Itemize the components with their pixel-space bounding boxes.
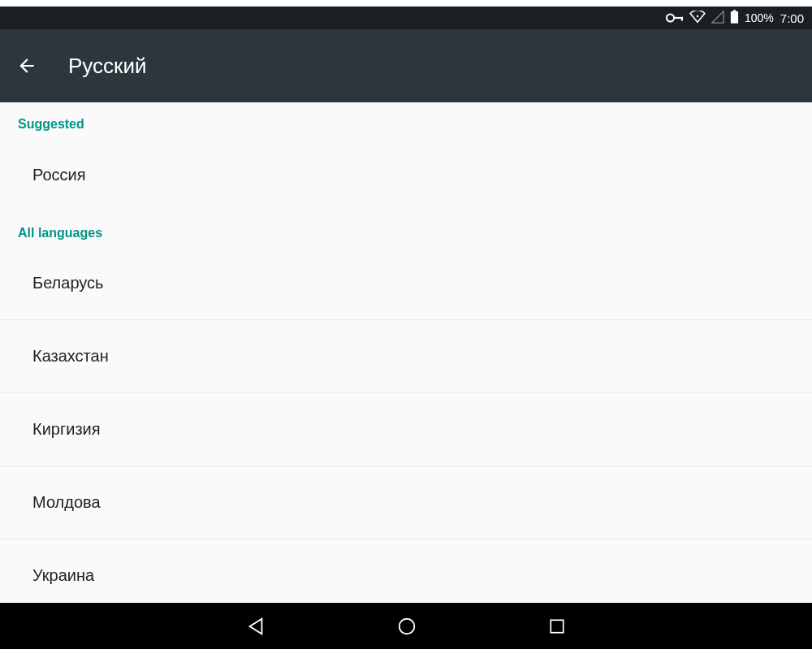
list-item-label: Беларусь — [32, 274, 103, 292]
svg-rect-2 — [681, 16, 683, 20]
signal-icon — [711, 11, 724, 26]
page-title: Русский — [68, 54, 146, 79]
wifi-icon — [689, 11, 706, 26]
list-item[interactable]: Беларусь — [0, 247, 812, 320]
list-item-label: Казахстан — [32, 347, 109, 366]
navigation-bar — [0, 603, 812, 649]
nav-home-button[interactable] — [396, 616, 417, 637]
top-margin — [0, 0, 812, 6]
back-button[interactable] — [16, 55, 37, 76]
action-bar: Русский — [0, 29, 812, 102]
list-item[interactable]: Украина — [0, 539, 812, 603]
list-item-label: Россия — [32, 166, 86, 184]
list-item[interactable]: Казахстан — [0, 320, 812, 393]
svg-point-6 — [400, 618, 415, 634]
svg-rect-7 — [551, 620, 563, 632]
status-icons: 100% — [666, 10, 774, 26]
list-item[interactable]: Молдова — [0, 466, 812, 539]
list-item-label: Молдова — [32, 493, 101, 512]
battery-pct: 100% — [745, 11, 774, 24]
content: Suggested Россия All languages Беларусь … — [0, 102, 812, 603]
nav-recent-button[interactable] — [547, 617, 567, 636]
vpn-key-icon — [666, 11, 684, 25]
bottom-margin — [0, 649, 812, 654]
svg-rect-5 — [731, 11, 738, 24]
list-item-label: Украина — [32, 566, 94, 585]
svg-rect-4 — [733, 10, 736, 11]
status-bar: 100% 7:00 — [0, 6, 812, 29]
svg-point-3 — [697, 15, 698, 16]
section-suggested-header: Suggested — [0, 102, 812, 138]
section-all-header: All languages — [0, 211, 812, 247]
nav-back-button[interactable] — [245, 616, 266, 637]
list-item[interactable]: Киргизия — [0, 393, 812, 466]
status-time: 7:00 — [780, 11, 804, 25]
list-item-label: Киргизия — [32, 420, 101, 439]
svg-point-0 — [667, 14, 674, 21]
battery-icon — [730, 10, 739, 26]
list-item[interactable]: Россия — [0, 138, 812, 211]
